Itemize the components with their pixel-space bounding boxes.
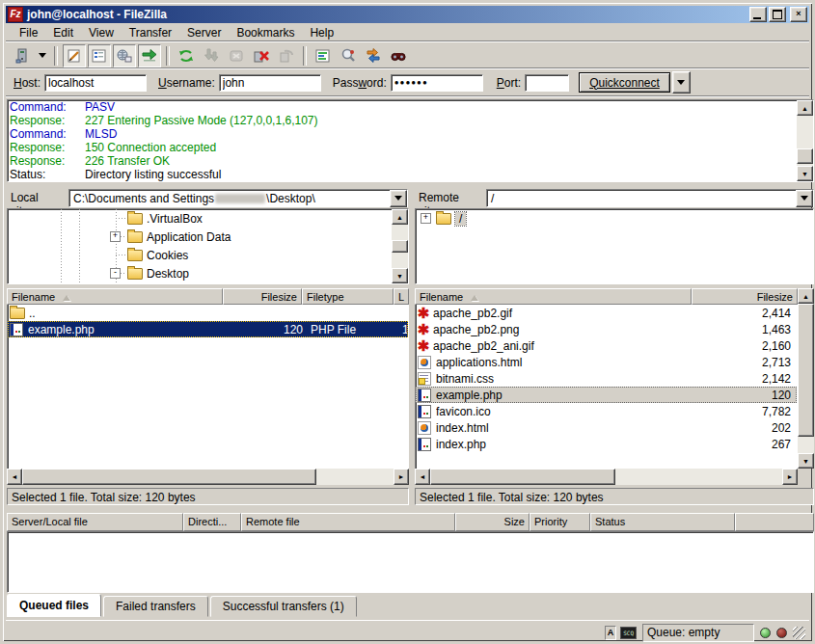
scrollbar-thumb[interactable]: [392, 240, 408, 253]
file-row[interactable]: ✱apache_pb2_ani.gif2,160: [416, 337, 797, 354]
file-row[interactable]: favicon.ico7,782: [416, 403, 797, 419]
cancel-operation-icon[interactable]: [225, 44, 248, 67]
transfer-queue-list[interactable]: [7, 531, 814, 593]
local-tree-scrollbar[interactable]: ▲ ▼: [392, 209, 408, 283]
remote-tree[interactable]: + /: [415, 208, 814, 284]
port-input[interactable]: [525, 74, 569, 92]
scrollbar-thumb[interactable]: [798, 304, 814, 437]
column-header-status[interactable]: Status: [590, 513, 735, 531]
local-file-list[interactable]: .. example.php 120 PHP File 1: [7, 305, 409, 469]
scroll-up-icon[interactable]: ▲: [392, 209, 408, 225]
toggle-queue-icon[interactable]: [138, 44, 161, 67]
local-hscrollbar[interactable]: ◄ ►: [7, 469, 409, 485]
resize-grip[interactable]: [793, 627, 805, 639]
reconnect-icon[interactable]: [275, 44, 298, 67]
toggle-local-tree-icon[interactable]: [88, 44, 111, 67]
remote-vscrollbar[interactable]: ▲ ▼: [798, 288, 814, 469]
column-header-filename[interactable]: Filename: [415, 288, 692, 305]
toggle-log-icon[interactable]: [63, 44, 86, 67]
collapse-minus-icon[interactable]: -: [110, 268, 121, 279]
quickconnect-button[interactable]: Quickconnect: [579, 72, 670, 93]
scroll-right-icon[interactable]: ►: [394, 469, 409, 485]
scroll-right-icon[interactable]: ►: [782, 469, 798, 485]
column-header-filesize[interactable]: Filesize: [692, 288, 798, 305]
menu-file[interactable]: File: [12, 24, 45, 41]
disconnect-icon[interactable]: [250, 44, 273, 67]
file-row[interactable]: bitnami.css2,142: [416, 370, 797, 387]
remote-site-dropdown[interactable]: [796, 190, 813, 207]
tab-queued-files[interactable]: Queued files: [7, 594, 101, 617]
file-row[interactable]: index.php267: [416, 436, 797, 452]
menu-view[interactable]: View: [81, 24, 122, 41]
menu-transfer[interactable]: Transfer: [122, 24, 179, 41]
remote-hscrollbar[interactable]: ◄ ►: [415, 469, 798, 485]
file-row-parent-dir[interactable]: ..: [8, 305, 408, 321]
tree-item-virtualbox[interactable]: .VirtualBox: [8, 209, 408, 228]
scrollbar-thumb[interactable]: [22, 469, 316, 485]
tree-item-root[interactable]: + /: [416, 209, 813, 228]
tree-item-application-data[interactable]: + Application Data: [8, 228, 408, 246]
site-manager-icon[interactable]: [11, 44, 34, 67]
column-header-direction[interactable]: Directi...: [183, 513, 241, 531]
find-icon[interactable]: [387, 44, 410, 67]
scrollbar-thumb[interactable]: [797, 148, 813, 164]
username-input[interactable]: [219, 74, 321, 92]
maximize-button[interactable]: [769, 7, 786, 22]
expand-plus-icon[interactable]: +: [110, 231, 121, 242]
remote-site-combo[interactable]: /: [486, 189, 814, 207]
file-row[interactable]: ✱apache_pb2.png1,463: [416, 321, 797, 337]
local-site-combo[interactable]: C:\Documents and Settings\Desktop\: [68, 189, 408, 207]
file-row-example-php[interactable]: example.php120: [416, 387, 797, 403]
tree-item-desktop[interactable]: - Desktop: [8, 264, 408, 282]
refresh-icon[interactable]: [175, 44, 198, 67]
compare-icon[interactable]: [337, 44, 360, 67]
file-row[interactable]: ✱apache_pb2.gif2,414: [416, 305, 797, 321]
tab-successful-transfers[interactable]: Successful transfers (1): [210, 596, 357, 617]
site-manager-dropdown[interactable]: [36, 44, 49, 67]
scroll-down-icon[interactable]: ▼: [797, 166, 813, 181]
column-header-size[interactable]: Size: [455, 513, 530, 531]
expand-plus-icon[interactable]: +: [421, 213, 431, 224]
menu-bookmarks[interactable]: Bookmarks: [229, 24, 302, 41]
scroll-down-icon[interactable]: ▼: [798, 453, 814, 469]
toggle-remote-tree-icon[interactable]: [113, 44, 136, 67]
scroll-down-icon[interactable]: ▼: [392, 268, 408, 283]
column-header-filename[interactable]: Filename: [7, 288, 223, 305]
scroll-up-icon[interactable]: ▲: [798, 288, 814, 304]
speed-limits-icon[interactable]: SCQ: [620, 627, 637, 639]
scroll-left-icon[interactable]: ◄: [415, 469, 430, 485]
file-row[interactable]: index.html202: [416, 419, 797, 436]
log-scrollbar[interactable]: ▲ ▼: [797, 100, 813, 181]
tree-item-cookies[interactable]: Cookies: [8, 246, 408, 264]
column-header-remote-file[interactable]: Remote file: [241, 513, 455, 531]
sync-browsing-icon[interactable]: [362, 44, 385, 67]
tab-failed-transfers[interactable]: Failed transfers: [103, 596, 208, 617]
menu-server[interactable]: Server: [179, 24, 229, 41]
file-row[interactable]: applications.html2,713: [416, 354, 797, 370]
minimize-button[interactable]: [749, 7, 767, 22]
close-button[interactable]: ×: [790, 7, 807, 22]
scroll-up-icon[interactable]: ▲: [797, 100, 813, 116]
process-queue-icon[interactable]: [200, 44, 223, 67]
title-bar[interactable]: Fz john@localhost - FileZilla ×: [6, 6, 809, 23]
column-header-filetype[interactable]: Filetype: [302, 288, 394, 305]
password-input[interactable]: [391, 74, 483, 92]
column-header-filesize[interactable]: Filesize: [223, 288, 302, 305]
column-header-server-local-file[interactable]: Server/Local file: [7, 513, 183, 531]
column-header-priority[interactable]: Priority: [530, 513, 590, 531]
menu-help[interactable]: Help: [302, 24, 341, 41]
menu-edit[interactable]: Edit: [45, 24, 81, 41]
filter-icon[interactable]: [312, 44, 335, 67]
app-icon[interactable]: Fz: [8, 7, 23, 22]
message-log[interactable]: Command:PASV Response:227 Entering Passi…: [7, 99, 814, 182]
datatype-ascii-icon[interactable]: A: [605, 626, 617, 640]
host-input[interactable]: [44, 74, 147, 92]
remote-file-list[interactable]: ✱apache_pb2.gif2,414 ✱apache_pb2.png1,46…: [415, 305, 798, 469]
column-header-lastmodified[interactable]: L: [394, 288, 409, 305]
local-tree[interactable]: .VirtualBox + Application Data Cookies -…: [7, 208, 409, 284]
scroll-left-icon[interactable]: ◄: [7, 469, 22, 485]
file-row-example-php[interactable]: example.php 120 PHP File 1: [8, 321, 408, 337]
quickconnect-dropdown[interactable]: [672, 71, 691, 94]
local-site-dropdown[interactable]: [390, 190, 407, 207]
scrollbar-thumb[interactable]: [430, 469, 615, 485]
